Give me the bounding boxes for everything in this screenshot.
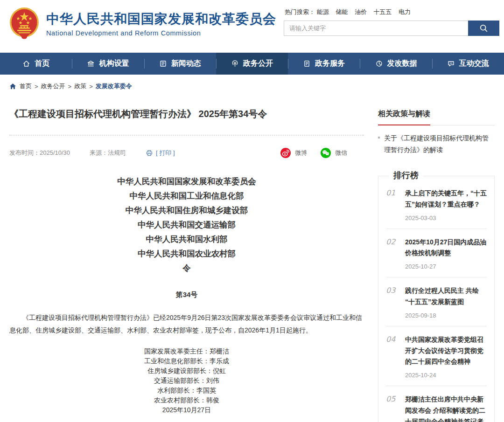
hot-keyword[interactable]: 能源 <box>317 8 329 15</box>
ranking-number: 01 <box>386 188 405 221</box>
site-brand: 中华人民共和国国家发展和改革委员会 National Development a… <box>8 7 276 40</box>
document-icon <box>303 60 311 68</box>
title-divider <box>9 135 364 136</box>
ranking-panel: 排行榜 01 承上启下的关键五年，“十五五”如何谋划？重点在哪？ 2025-03… <box>378 176 495 422</box>
nav-item-home[interactable]: 首页 <box>0 53 72 75</box>
source-value: 法规司 <box>108 149 126 156</box>
signature-line: 工业和信息化部部长：李乐成 <box>9 356 364 366</box>
related-policies-title: 相关政策与解读 <box>378 109 495 125</box>
pie-chart-icon <box>375 60 383 68</box>
nav-item-data[interactable]: 发改数据 <box>360 53 432 75</box>
signature-line: 农业农村部部长：韩俊 <box>9 395 364 405</box>
nav-item-gov-disclosure[interactable]: 政务公开 <box>216 53 288 75</box>
ranking-item-title: 践行全过程人民民主 共绘“十五五”发展新蓝图 <box>405 285 487 308</box>
breadcrumb: 首页 > 政务公开 > 政策 > 发展改革委令 <box>0 75 504 95</box>
share-bar: 微博 微信 <box>280 147 364 159</box>
hot-keyword[interactable]: 油价 <box>355 8 367 15</box>
hot-keyword[interactable]: 储能 <box>336 8 348 15</box>
hot-keyword[interactable]: 十五五 <box>374 8 392 15</box>
nav-label: 首页 <box>35 59 49 69</box>
signature-line: 住房城乡建设部部长：倪虹 <box>9 366 364 376</box>
search-bar <box>284 21 499 36</box>
source-label: 来源： <box>90 149 108 156</box>
ranking-item-date: 2025-10-27 <box>405 263 487 270</box>
related-policy-label: 关于《工程建设项目招标代理机构管理暂行办法》的解读 <box>384 132 495 155</box>
issuer-line: 中华人民共和国工业和信息化部 <box>9 189 364 203</box>
broadcast-icon <box>231 60 239 68</box>
signature-line: 国家发展改革委主任：郑栅洁 <box>9 346 364 356</box>
nav-label: 政务服务 <box>315 59 345 69</box>
breadcrumb-separator: > <box>35 83 38 90</box>
issuer-line: 中华人民共和国交通运输部 <box>9 218 364 232</box>
article-title: 《工程建设项目招标代理机构管理暂行办法》 2025年第34号令 <box>9 107 364 121</box>
breadcrumb-home-icon[interactable] <box>9 83 16 90</box>
ranking-item-date: 2025-09-18 <box>405 312 487 319</box>
ranking-body: 中共国家发展改革委党组召开扩大会议传达学习贯彻党的二十届四中全会精神 2025-… <box>405 334 487 379</box>
issuer-line: 中华人民共和国国家发展和改革委员会 <box>9 174 364 189</box>
breadcrumb-item[interactable]: 政策 <box>74 82 86 90</box>
wechat-icon <box>320 147 331 159</box>
site-title-block: 中华人民共和国国家发展和改革委员会 National Development a… <box>46 10 276 37</box>
hot-keyword[interactable]: 电力 <box>399 8 411 15</box>
publish-time: 发布时间：2025/10/30 <box>9 149 70 157</box>
print-button[interactable]: [ 打印 ] <box>146 149 175 157</box>
ranking-item[interactable]: 01 承上启下的关键五年，“十五五”如何谋划？重点在哪？ 2025-03-03 <box>386 180 487 229</box>
ranking-item[interactable]: 03 践行全过程人民民主 共绘“十五五”发展新蓝图 2025-09-18 <box>386 277 487 326</box>
search-button[interactable] <box>468 21 499 36</box>
bank-icon <box>87 60 95 68</box>
article: 《工程建设项目招标代理机构管理暂行办法》 2025年第34号令 发布时间：202… <box>9 95 364 415</box>
nav-item-gov-services[interactable]: 政务服务 <box>288 53 360 75</box>
ranking-item[interactable]: 05 郑栅洁主任出席中共中央新闻发布会 介绍和解读党的二十届四中全会精神并答记者… <box>386 386 487 422</box>
decree-number: 第34号 <box>9 291 364 299</box>
share-weibo-label: 微博 <box>295 149 307 157</box>
printer-icon <box>146 149 153 157</box>
share-wechat-button[interactable]: 微信 <box>320 147 347 159</box>
publish-time-value: 2025/10/30 <box>40 149 70 156</box>
ranking-item-title: 2025年10月27日国内成品油价格按机制调整 <box>405 237 487 259</box>
ranking-item-title: 郑栅洁主任出席中共中央新闻发布会 介绍和解读党的二十届四中全会精神并答记者问 <box>405 394 487 422</box>
ranking-item-date: 2025-03-03 <box>405 214 487 221</box>
nav-label: 政务公开 <box>243 59 273 69</box>
main-nav: 首页 机构设置 新闻动态 政务公开 政务服务 发改数据 <box>0 53 504 75</box>
related-policy-link[interactable]: 关于《工程建设项目招标代理机构管理暂行办法》的解读 <box>378 125 495 155</box>
ranking-item-title: 中共国家发展改革委党组召开扩大会议传达学习贯彻党的二十届四中全会精神 <box>405 334 487 367</box>
nav-label: 发改数据 <box>387 59 417 69</box>
issuer-line: 中华人民共和国水利部 <box>9 232 364 247</box>
issuer-line: 中华人民共和国住房和城乡建设部 <box>9 203 364 218</box>
ranking-item[interactable]: 04 中共国家发展改革委党组召开扩大会议传达学习贯彻党的二十届四中全会精神 20… <box>386 326 487 386</box>
site-header: 中华人民共和国国家发展和改革委员会 National Development a… <box>0 0 504 53</box>
home-icon <box>22 60 30 68</box>
issuer-line: 中华人民共和国农业农村部 <box>9 247 364 261</box>
share-weibo-button[interactable]: 微博 <box>280 147 307 159</box>
ranking-body: 承上启下的关键五年，“十五五”如何谋划？重点在哪？ 2025-03-03 <box>405 188 487 221</box>
article-paragraph: 《工程建设项目招标代理机构管理暂行办法》已经2025年9月26日第23次国家发展… <box>9 311 364 336</box>
ranking-item[interactable]: 02 2025年10月27日国内成品油价格按机制调整 2025-10-27 <box>386 229 487 278</box>
ranking-number: 03 <box>386 285 405 319</box>
ranking-body: 郑栅洁主任出席中共中央新闻发布会 介绍和解读党的二十届四中全会精神并答记者问 2… <box>405 394 487 422</box>
nav-label: 机构设置 <box>99 59 129 69</box>
sidebar: 相关政策与解读 关于《工程建设项目招标代理机构管理暂行办法》的解读 排行榜 01… <box>378 95 495 422</box>
article-source: 来源：法规司 <box>90 149 126 157</box>
site-title-cn: 中华人民共和国国家发展和改革委员会 <box>46 10 276 28</box>
article-meta: 发布时间：2025/10/30 来源：法规司 [ 打印 ] <box>9 147 364 159</box>
ranking-title: 排行榜 <box>389 170 423 181</box>
ranking-body: 2025年10月27日国内成品油价格按机制调整 2025-10-27 <box>405 237 487 270</box>
site-title-en: National Development and Reform Commissi… <box>46 29 276 37</box>
breadcrumb-separator: > <box>68 83 72 90</box>
issuer-line: 令 <box>9 261 364 276</box>
search-input[interactable] <box>284 21 468 36</box>
nav-item-organization[interactable]: 机构设置 <box>72 53 144 75</box>
breadcrumb-separator: > <box>89 83 93 90</box>
nav-item-news[interactable]: 新闻动态 <box>144 53 216 75</box>
header-search-area: 热门搜索： 能源 储能 油价 十五五 电力 <box>284 7 499 36</box>
nav-item-interaction[interactable]: 互动交流 <box>432 53 504 75</box>
signature-block: 国家发展改革委主任：郑栅洁 工业和信息化部部长：李乐成 住房城乡建设部部长：倪虹… <box>9 346 364 415</box>
ranking-item-date: 2025-10-24 <box>405 372 487 379</box>
print-label: [ 打印 ] <box>156 149 175 157</box>
main-content: 《工程建设项目招标代理机构管理暂行办法》 2025年第34号令 发布时间：202… <box>0 95 504 422</box>
breadcrumb-item[interactable]: 首页 <box>20 82 32 90</box>
breadcrumb-item[interactable]: 政务公开 <box>41 82 65 90</box>
ranking-body: 践行全过程人民民主 共绘“十五五”发展新蓝图 2025-09-18 <box>405 285 487 319</box>
publish-time-label: 发布时间： <box>9 149 40 156</box>
signature-line: 水利部部长：李国英 <box>9 386 364 395</box>
